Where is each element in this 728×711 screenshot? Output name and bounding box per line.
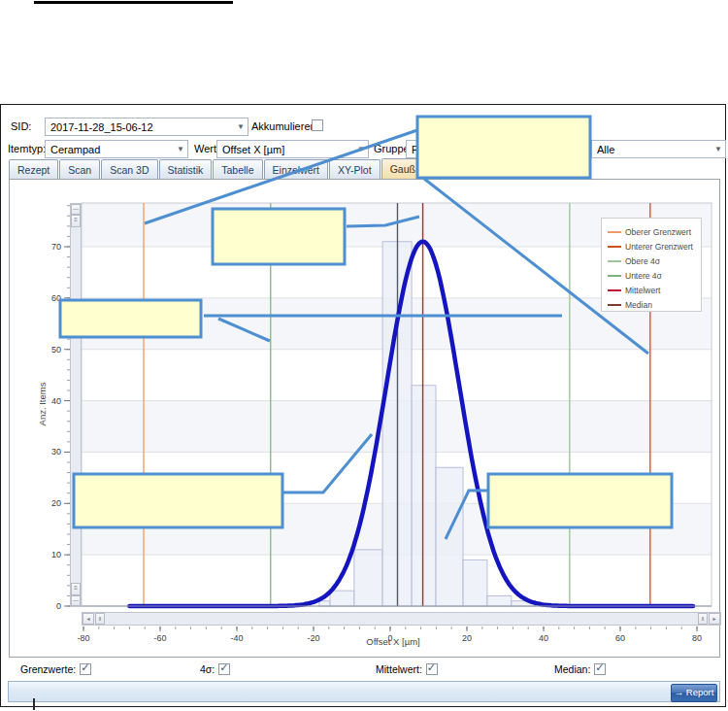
legend-label: Median bbox=[625, 300, 652, 310]
scroll-grip-icon[interactable]: — bbox=[71, 595, 81, 606]
legend-label: Oberer Grenzwert bbox=[625, 227, 691, 237]
toggle-mittelwert: Mittelwert: bbox=[376, 663, 438, 675]
series-toggle-row: Grenzwerte:4σ:Mittelwert:Median: bbox=[1, 663, 727, 679]
tab-tabelle[interactable]: Tabelle bbox=[213, 159, 262, 179]
toggle-label: Median: bbox=[554, 663, 590, 675]
toggle-checkbox[interactable] bbox=[594, 663, 606, 675]
table-border-fragment bbox=[33, 698, 35, 710]
svg-text:40: 40 bbox=[539, 633, 548, 643]
toggle-checkbox[interactable] bbox=[218, 663, 230, 675]
filter-value: Alle bbox=[597, 144, 712, 155]
akkumulieren-checkbox[interactable] bbox=[312, 119, 323, 131]
tab-scan-3d[interactable]: Scan 3D bbox=[101, 159, 157, 179]
y-axis-title: Anz. Items bbox=[37, 365, 49, 443]
legend-label: Obere 4σ bbox=[625, 256, 660, 266]
svg-text:20: 20 bbox=[51, 498, 61, 508]
itemtyp-label: Itemtyp: bbox=[8, 143, 46, 154]
report-button[interactable]: → Report bbox=[671, 684, 717, 702]
svg-text:-60: -60 bbox=[153, 633, 166, 643]
application-window: SID: 2017-11-28_15-06-12 ▼ Akkumulieren:… bbox=[0, 104, 726, 707]
tab-statistik[interactable]: Statistik bbox=[159, 159, 213, 179]
scrollbar-thumb[interactable]: ≡ bbox=[71, 583, 81, 595]
scrollbar-thumb[interactable]: ‖ bbox=[698, 613, 708, 625]
svg-text:70: 70 bbox=[51, 242, 61, 252]
toggle-median: Median: bbox=[554, 663, 606, 675]
svg-text:40: 40 bbox=[51, 396, 61, 406]
progress-bar: → Report bbox=[8, 681, 720, 702]
sid-value: 2017-11-28_15-06-12 bbox=[50, 121, 235, 133]
legend-entry: Untere 4σ bbox=[608, 268, 701, 283]
x-axis-title: Offset X [µm] bbox=[330, 636, 456, 647]
scrollbar-thumb[interactable]: ‖ bbox=[95, 613, 105, 625]
svg-text:30: 30 bbox=[51, 447, 61, 457]
legend-swatch-icon bbox=[608, 231, 621, 233]
toggle-label: Grenzwerte: bbox=[20, 663, 76, 675]
toggle-4: 4σ: bbox=[200, 663, 230, 675]
tab-bar: RezeptScanScan 3DStatistikTabelleEinzelw… bbox=[9, 158, 425, 179]
wert-dropdown[interactable]: Offset X [µm] ▼ bbox=[216, 140, 369, 158]
itemtyp-value: Cerampad bbox=[50, 144, 175, 155]
legend-swatch-icon bbox=[608, 260, 621, 262]
scroll-grip-icon[interactable]: — bbox=[71, 204, 81, 215]
svg-text:20: 20 bbox=[462, 633, 472, 643]
chart-panel: -80-60-40-20020406080010203040506070 Anz… bbox=[9, 179, 720, 658]
vertical-scrollbar[interactable]: — ≡ ≡ — bbox=[70, 203, 82, 607]
legend-entry: Median bbox=[608, 297, 701, 312]
toggle-checkbox[interactable] bbox=[80, 663, 91, 675]
svg-text:-80: -80 bbox=[77, 633, 89, 643]
horizontal-scrollbar[interactable]: ◂ ‖ ‖ ▸ bbox=[82, 612, 721, 626]
legend-label: Untere 4σ bbox=[625, 271, 662, 281]
legend-entry: Oberer Grenzwert bbox=[608, 224, 701, 239]
chevron-down-icon: ▼ bbox=[177, 145, 184, 153]
toggle-label: Mittelwert: bbox=[376, 663, 422, 675]
tab-scan[interactable]: Scan bbox=[59, 159, 100, 179]
svg-text:60: 60 bbox=[51, 293, 61, 303]
toggle-grenzwerte: Grenzwerte: bbox=[20, 663, 91, 675]
scrollbar-thumb[interactable]: ≡ bbox=[71, 215, 81, 227]
legend-swatch-icon bbox=[608, 275, 621, 277]
gruppe-dropdown[interactable]: Po bbox=[406, 140, 588, 158]
legend-swatch-icon bbox=[608, 246, 621, 248]
chart-legend: Oberer GrenzwertUnterer GrenzwertObere 4… bbox=[601, 218, 702, 312]
page-heading-underline bbox=[34, 1, 233, 4]
scroll-right-icon[interactable]: ▸ bbox=[709, 613, 720, 625]
tab-rezept[interactable]: Rezept bbox=[9, 159, 58, 179]
gruppe-value: Po bbox=[412, 144, 584, 155]
filter-dropdown[interactable]: Alle ▼ bbox=[591, 140, 726, 158]
chevron-down-icon: ▼ bbox=[714, 145, 722, 153]
legend-swatch-icon bbox=[608, 304, 621, 306]
tab-xy-plot[interactable]: XY-Plot bbox=[329, 159, 381, 179]
legend-label: Mittelwert bbox=[625, 286, 660, 295]
legend-entry: Mittelwert bbox=[608, 283, 701, 297]
chevron-down-icon: ▼ bbox=[237, 122, 245, 131]
chevron-down-icon: ▼ bbox=[357, 145, 365, 153]
legend-entry: Unterer Grenzwert bbox=[608, 239, 701, 254]
toggle-checkbox[interactable] bbox=[426, 663, 438, 675]
svg-text:60: 60 bbox=[615, 633, 625, 643]
akkumulieren-label: Akkumulieren: bbox=[251, 120, 319, 132]
sid-dropdown[interactable]: 2017-11-28_15-06-12 ▼ bbox=[45, 118, 248, 136]
legend-label: Unterer Grenzwert bbox=[625, 242, 693, 252]
tab-gau-[interactable]: Gauß bbox=[381, 158, 424, 179]
svg-text:-40: -40 bbox=[230, 633, 243, 643]
svg-text:0: 0 bbox=[56, 601, 61, 611]
legend-entry: Obere 4σ bbox=[608, 254, 701, 268]
scroll-left-icon[interactable]: ◂ bbox=[83, 613, 94, 625]
svg-text:50: 50 bbox=[51, 345, 61, 355]
wert-value: Offset X [µm] bbox=[222, 144, 355, 155]
svg-text:-20: -20 bbox=[307, 633, 319, 643]
toggle-label: 4σ: bbox=[200, 663, 215, 675]
svg-text:80: 80 bbox=[692, 633, 702, 643]
legend-swatch-icon bbox=[608, 289, 621, 291]
tab-einzelwert[interactable]: Einzelwert bbox=[264, 159, 328, 179]
sid-label: SID: bbox=[11, 120, 31, 132]
itemtyp-dropdown[interactable]: Cerampad ▼ bbox=[45, 140, 188, 158]
svg-text:10: 10 bbox=[51, 550, 61, 559]
